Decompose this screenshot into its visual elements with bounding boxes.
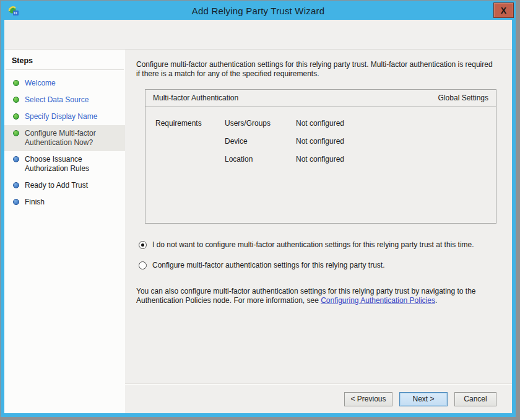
row-value-label: Not configured [296, 137, 496, 146]
step-welcome[interactable]: Welcome [4, 75, 125, 92]
step-status-icon [13, 97, 19, 103]
steps-sidebar: Steps Welcome Select Data Source Specify… [4, 50, 125, 413]
step-configure-mfa[interactable]: Configure Multi-factor Authentication No… [4, 125, 125, 151]
table-row: Requirements Users/Groups Not configured [145, 115, 496, 133]
mfa-table-header: Multi-factor Authentication Global Setti… [145, 90, 496, 107]
main-panel: Configure multi-factor authentication se… [125, 50, 512, 413]
step-status-icon [13, 113, 19, 120]
wizard-body: Steps Welcome Select Data Source Specify… [4, 50, 512, 413]
step-status-icon [13, 80, 19, 86]
main-content: Configure multi-factor authentication se… [125, 50, 512, 384]
close-button[interactable]: X [493, 2, 514, 18]
next-button[interactable]: Next > [399, 392, 448, 406]
cancel-button[interactable]: Cancel [454, 392, 496, 406]
row-name-label: Location [225, 155, 296, 164]
step-finish[interactable]: Finish [4, 194, 125, 211]
radio-button-icon[interactable] [139, 261, 147, 269]
mfa-settings-table: Multi-factor Authentication Global Setti… [145, 89, 496, 224]
row-group-label: Requirements [155, 119, 225, 128]
step-status-icon [13, 182, 19, 188]
step-select-data-source[interactable]: Select Data Source [4, 92, 125, 108]
row-value-label: Not configured [296, 155, 496, 164]
step-specify-display-name[interactable]: Specify Display Name [4, 108, 125, 125]
window-title: Add Relying Party Trust Wizard [4, 6, 512, 16]
wizard-window: Add Relying Party Trust Wizard X Steps W… [1, 1, 516, 417]
table-row: Location Not configured [145, 151, 496, 168]
wizard-header-band [4, 20, 512, 50]
global-settings-label: Global Settings [438, 94, 488, 103]
steps-list: Welcome Select Data Source Specify Displ… [4, 70, 125, 211]
configuring-authentication-policies-link[interactable]: Configuring Authentication Policies [321, 296, 435, 305]
row-name-label: Device [225, 137, 296, 146]
radio-configure-mfa[interactable]: Configure multi-factor authentication se… [139, 261, 496, 270]
step-ready-to-add-trust[interactable]: Ready to Add Trust [4, 177, 125, 194]
mfa-table-title: Multi-factor Authentication [153, 94, 238, 103]
radio-skip-mfa[interactable]: I do not want to configure multi-factor … [139, 240, 496, 250]
row-name-label: Users/Groups [225, 119, 296, 128]
footer-button-bar: < Previous Next > Cancel [125, 384, 512, 413]
step-status-icon [13, 130, 19, 136]
intro-text: Configure multi-factor authentication se… [136, 60, 496, 79]
step-status-icon [13, 156, 19, 162]
note-text: You can also configure multi-factor auth… [136, 287, 496, 305]
table-row: Device Not configured [145, 133, 496, 151]
previous-button[interactable]: < Previous [344, 392, 392, 406]
step-choose-issuance-rules[interactable]: Choose Issuance Authorization Rules [4, 151, 125, 177]
mfa-choice-radio-group: I do not want to configure multi-factor … [139, 240, 496, 270]
steps-heading: Steps [4, 55, 125, 69]
step-status-icon [13, 199, 19, 205]
radio-button-icon[interactable] [139, 241, 147, 249]
row-value-label: Not configured [296, 119, 496, 128]
mfa-table-body: Requirements Users/Groups Not configured… [145, 107, 496, 168]
title-bar: Add Relying Party Trust Wizard X [4, 2, 512, 20]
